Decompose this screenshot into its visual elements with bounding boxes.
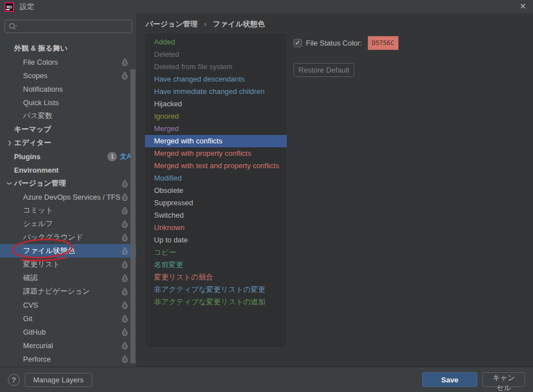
status-list-item[interactable]: Suppressed [145,197,287,209]
status-list-item[interactable]: Hijacked [145,98,287,110]
scheme-droplet-icon [121,301,128,309]
scheme-droplet-icon [121,220,128,228]
title-bar: RD 設定 ✕ [0,0,533,13]
status-list-item[interactable]: Modified [145,172,287,184]
status-list-item[interactable]: Obsolete [145,184,287,197]
search-input[interactable] [19,22,128,31]
file-status-color-label: File Status Color: [306,39,362,47]
cancel-button[interactable]: キャンセル [482,372,525,387]
status-list-item[interactable]: Merged [145,123,287,135]
sidebar-item-label: Perforce [23,355,51,363]
sidebar-item[interactable]: Quick Lists [0,96,136,109]
save-button[interactable]: Save [422,372,477,387]
scheme-droplet-icon [121,179,128,187]
status-list-item[interactable]: Have immediate changed children [145,85,287,98]
sidebar-item-label: Notifications [23,85,63,93]
sidebar-item[interactable]: キーマップ [0,123,136,136]
sidebar-item[interactable]: Git [0,312,136,325]
sidebar-item[interactable]: 外観 & 振る舞い [0,42,136,55]
status-list-item[interactable]: Merged with text and property conflicts [145,160,287,172]
sidebar-scrollbar-thumb[interactable] [130,69,135,363]
close-icon[interactable]: ✕ [518,2,527,11]
settings-tree: 外観 & 振る舞いFile ColorsScopesNotificationsQ… [0,42,136,367]
sidebar-item-label: シェルフ [23,219,53,229]
settings-sidebar: 外観 & 振る舞いFile ColorsScopesNotificationsQ… [0,13,136,367]
sidebar-item[interactable]: Plugins1文A [0,150,136,163]
status-list-item[interactable]: Switched [145,209,287,222]
scheme-droplet-icon [121,314,128,322]
sidebar-item[interactable]: 課題ナビゲーション [0,285,136,298]
rider-logo-text: RD [6,5,12,9]
sidebar-item-label: Git [23,314,33,323]
scheme-droplet-icon [121,247,128,255]
sidebar-item[interactable]: GitHub [0,325,136,339]
sidebar-item[interactable]: Scopes [0,69,136,82]
sidebar-item-label: Scopes [23,71,47,80]
sidebar-item-label: 変更リスト [23,259,60,269]
breadcrumb-parent[interactable]: バージョン管理 [146,20,197,28]
sidebar-item[interactable]: Azure DevOps Services / TFS [0,190,136,204]
sidebar-item-label: コミット [23,205,53,215]
sidebar-item[interactable]: シェルフ [0,217,136,231]
help-icon[interactable]: ? [8,374,20,386]
sidebar-item[interactable]: Perforce [0,352,136,366]
sidebar-item[interactable]: ❯エディター [0,136,136,150]
sidebar-item[interactable]: File Colors [0,55,136,69]
status-list-item[interactable]: Merged with property conflicts [145,147,287,160]
sidebar-item-label: Environment [14,166,58,174]
sidebar-item[interactable]: バックグラウンド [0,231,136,244]
status-list-item[interactable]: Up to date [145,234,287,246]
sidebar-item-label: 課題ナビゲーション [23,286,90,296]
scheme-droplet-icon [121,355,128,363]
sidebar-item-label: キーマップ [14,124,51,134]
sidebar-item[interactable]: CVS [0,298,136,312]
sidebar-item[interactable]: ❯バージョン管理 [0,177,136,190]
status-list-item[interactable]: Deleted from file system [145,61,287,73]
color-value-field[interactable]: D5756C [368,36,399,50]
breadcrumb-separator-icon: › [204,20,206,28]
sidebar-item[interactable]: Notifications [0,82,136,96]
status-list-item[interactable]: 名前変更 [145,259,287,271]
sidebar-item-selected[interactable]: ファイル状態色 [0,244,136,258]
sidebar-item[interactable]: パス変数 [0,109,136,123]
window-title: 設定 [20,2,34,12]
file-status-list: AddedDeletedDeleted from file systemHave… [145,34,287,347]
status-list-item[interactable]: 非アクティブな変更リストの変更 [145,283,287,296]
sidebar-item-label: GitHub [23,328,46,336]
sidebar-item[interactable]: コミット [0,204,136,217]
sidebar-item[interactable]: Environment [0,163,136,177]
sidebar-item-label: ファイル状態色 [23,246,75,256]
status-list-item[interactable]: 変更リストの競合 [145,271,287,283]
status-list-item[interactable]: 非アクティブな変更リストの追加 [145,296,287,308]
breadcrumb-current[interactable]: ファイル状態色 [213,20,265,28]
status-list-item[interactable]: Have changed descendants [145,73,287,85]
restore-default-button[interactable]: Restore Default [293,63,354,77]
sidebar-item-label: File Colors [23,58,58,66]
sidebar-item[interactable]: 確認 [0,271,136,285]
scheme-droplet-icon [121,341,128,349]
status-list-item[interactable]: Ignored [145,110,287,123]
scheme-droplet-icon [121,71,128,79]
scheme-droplet-icon [121,58,128,66]
sidebar-item-label: バックグラウンド [23,232,83,242]
chevron-right-icon[interactable]: ❯ [5,140,14,146]
sidebar-item-label: CVS [23,301,38,309]
status-list-item[interactable]: Unknown [145,222,287,234]
status-list-item[interactable]: Deleted [145,48,287,61]
status-list-item-selected[interactable]: Merged with conflicts [145,135,287,147]
plugins-count-badge: 1 [107,152,117,161]
sidebar-item-label: Mercurial [23,341,53,350]
dialog-footer: ? Manage Layers Save キャンセル [0,367,533,392]
sidebar-item[interactable]: 変更リスト [0,258,136,271]
status-list-item[interactable]: Added [145,36,287,48]
chevron-down-icon[interactable]: ❯ [7,179,12,188]
file-status-color-checkbox[interactable]: ✓ [293,39,302,47]
manage-layers-button[interactable]: Manage Layers [25,373,92,387]
status-list-item[interactable]: コピー [145,246,287,259]
search-icon [8,22,17,30]
sidebar-item-label: Quick Lists [23,98,59,107]
sidebar-item[interactable]: Mercurial [0,339,136,352]
scheme-droplet-icon [121,260,128,268]
search-box[interactable] [4,20,132,33]
sidebar-item-label: Plugins [14,152,40,161]
